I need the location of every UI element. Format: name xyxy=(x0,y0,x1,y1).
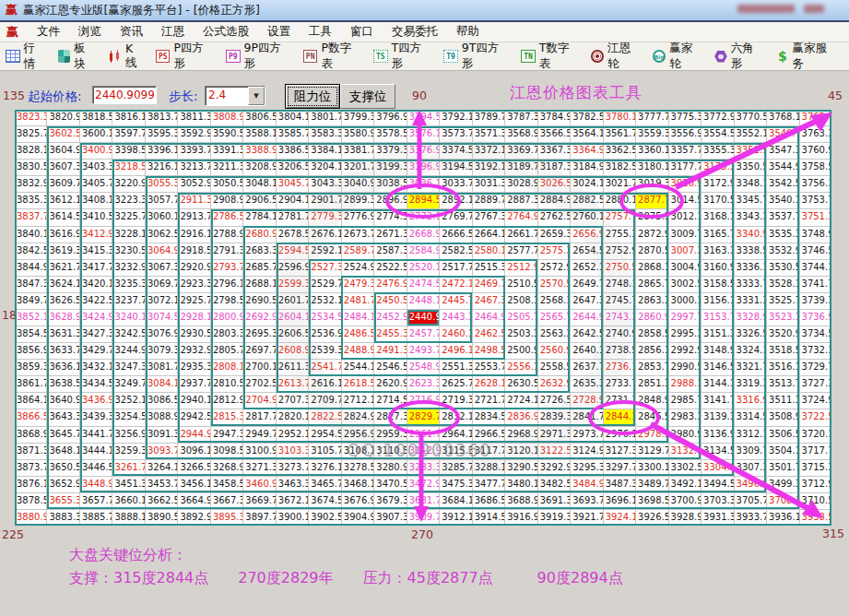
angle-label-45: 45 xyxy=(828,89,843,102)
p9-badge-icon: P9 xyxy=(226,50,241,63)
gann-cell: 2508.10 xyxy=(505,293,537,309)
gann-cell: 3655.30 xyxy=(47,493,78,509)
gann-cell: 3064.90 xyxy=(146,243,177,259)
gann-cell: 3900.10 xyxy=(277,510,308,526)
toolbar-button-blocks[interactable]: 板块 xyxy=(58,41,97,72)
gann-cell: 2786.50 xyxy=(211,209,242,225)
menu-item[interactable]: 帮助 xyxy=(447,22,489,41)
toolbar-button-kline[interactable]: K线 xyxy=(108,41,144,71)
resistance-button[interactable]: 阻力位 xyxy=(285,84,340,109)
gann-cell: 2678.50 xyxy=(277,227,308,243)
toolbar-button-ps-badge[interactable]: PSP四方形 xyxy=(156,41,214,72)
gann-cell: 3816.10 xyxy=(112,110,144,125)
menu-item[interactable]: 交易委托 xyxy=(383,22,447,41)
gann-cell: 3852.10 xyxy=(15,310,46,326)
gann-cell: 3708.10 xyxy=(767,493,798,509)
toolbar-button-t9-badge[interactable]: T99T四方形 xyxy=(443,41,509,72)
gann-cell: 3676.90 xyxy=(342,493,373,509)
menu-item[interactable]: 设置 xyxy=(258,22,300,41)
menu-item[interactable]: 文件 xyxy=(28,22,69,41)
gann-cell: 3468.10 xyxy=(342,477,373,492)
menu-item[interactable]: 资讯 xyxy=(111,22,152,41)
support-button[interactable]: 支撑位 xyxy=(340,84,395,109)
gann-cell: 2851.30 xyxy=(636,376,667,392)
toolbar-button-gann-wheel[interactable]: 江恩轮 xyxy=(591,41,641,72)
gann-cell: 2548.90 xyxy=(407,360,439,375)
gann-cell: 3434.50 xyxy=(80,376,112,392)
gann-cell: 3076.90 xyxy=(146,326,177,342)
gann-cell: 2440.90 xyxy=(407,310,439,326)
gann-cell: 3144.10 xyxy=(702,376,733,392)
gann-cell: 3336.10 xyxy=(735,260,766,276)
gann-cell: 3482.50 xyxy=(538,477,570,492)
gann-cell: 2697.70 xyxy=(243,343,275,359)
toolbar-button-market-grid[interactable]: 行情 xyxy=(6,41,46,72)
gann-cell: 2695.30 xyxy=(243,326,275,342)
gann-cell: 3866.50 xyxy=(15,409,46,425)
menu-item[interactable]: 工具 xyxy=(300,22,341,41)
gann-cell: 2956.90 xyxy=(342,427,373,443)
gann-cell: 2683.30 xyxy=(243,243,275,259)
toolbar-button-p9-badge[interactable]: P99P四方形 xyxy=(226,41,291,72)
toolbar-button-label: P四方形 xyxy=(173,41,214,72)
menu-logo-icon: 赢 xyxy=(6,24,18,41)
gann-cell: 3748.90 xyxy=(800,227,831,243)
gann-cell: 3535.30 xyxy=(767,227,798,243)
gann-cell: 2680.90 xyxy=(243,227,275,243)
gann-cell: 2479.30 xyxy=(342,277,373,292)
menu-item[interactable]: 浏览 xyxy=(69,22,111,41)
gann-cell: 3360.10 xyxy=(636,143,667,159)
gann-cell: 3492.10 xyxy=(669,477,701,492)
gann-cell: 3448.90 xyxy=(80,477,112,492)
gann-cell: 3924.10 xyxy=(604,510,635,526)
gann-cell: 3273.70 xyxy=(277,460,308,476)
start-price-input[interactable] xyxy=(92,86,157,104)
gann-cell: 3799.30 xyxy=(342,110,373,125)
toolbar-button-pn-badge[interactable]: PNP数字表 xyxy=(303,41,361,72)
toolbar-button-ts-badge[interactable]: TST四方形 xyxy=(373,41,431,72)
toolbar-button-hexagon[interactable]: 六角形 xyxy=(714,41,764,72)
gann-cell: 3417.70 xyxy=(80,260,112,276)
gann-cell: 2448.10 xyxy=(407,293,439,309)
toolbar-button-winner-wheel[interactable]: Big赢家轮 xyxy=(653,41,702,72)
gann-cell: 3638.50 xyxy=(47,376,78,392)
gann-cell: 3088.90 xyxy=(146,409,177,425)
gann-cell: 3108.10 xyxy=(342,444,373,459)
gann-cell: 3026.50 xyxy=(538,176,570,192)
gann-cell: 2486.50 xyxy=(342,326,373,342)
gann-cell: 3175.30 xyxy=(702,160,733,175)
gann-cell: 3873.70 xyxy=(15,460,46,476)
gann-cell: 3758.50 xyxy=(800,160,831,175)
gann-cell: 2889.70 xyxy=(473,193,504,208)
gann-cell: 3508.90 xyxy=(767,409,798,425)
gann-cell: 3832.90 xyxy=(15,176,46,192)
gann-cell: 3314.50 xyxy=(735,409,766,425)
gann-cell: 3746.50 xyxy=(800,243,831,259)
gann-cell: 3516.10 xyxy=(767,360,798,375)
gann-cell: 2853.70 xyxy=(636,360,667,375)
gann-cell: 3914.50 xyxy=(473,510,504,526)
gann-cell: 3926.50 xyxy=(636,510,667,526)
gann-cell: 3369.70 xyxy=(505,143,537,159)
gann-cell: 3861.70 xyxy=(15,376,46,392)
gann-cell: 2704.90 xyxy=(243,393,275,409)
menu-item[interactable]: 江恩 xyxy=(152,22,194,41)
gann-cell: 3043.30 xyxy=(309,176,340,192)
gann-cell: 3588.10 xyxy=(243,126,275,142)
gann-cell: 3376.90 xyxy=(407,143,439,159)
toolbar-button-dollar[interactable]: $赢家服务 xyxy=(776,41,837,72)
gann-cell: 3741.70 xyxy=(800,277,831,292)
chevron-down-icon[interactable]: ▼ xyxy=(248,87,265,105)
gann-cell: 3765.70 xyxy=(800,110,831,125)
gann-cell: 3374.50 xyxy=(440,143,471,159)
toolbar-button-tn-badge[interactable]: TNT数字表 xyxy=(521,41,579,72)
step-combobox[interactable]: 2.4 ▼ xyxy=(205,86,265,106)
gann-cell: 3700.90 xyxy=(669,493,701,509)
toolbar-button-label: K线 xyxy=(125,41,144,71)
menu-item[interactable]: 公式选股 xyxy=(194,22,258,41)
gann-cell: 2839.30 xyxy=(538,409,570,425)
menu-item[interactable]: 窗口 xyxy=(341,22,383,41)
gann-cell: 2971.30 xyxy=(538,427,570,443)
gann-cell: 2904.10 xyxy=(277,193,308,208)
gann-cell: 3643.30 xyxy=(47,409,78,425)
